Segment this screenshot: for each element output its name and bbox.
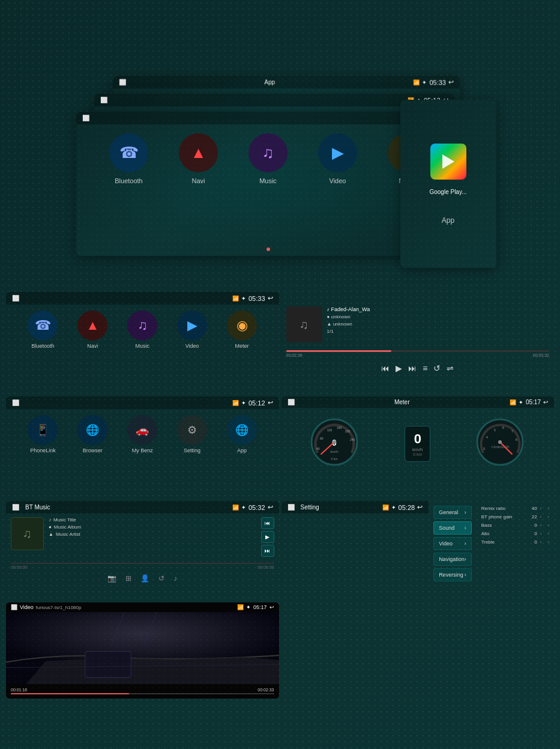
bt-side-controls: ⏮ ▶ ⏭ [261, 517, 274, 557]
svg-text:80: 80 [320, 437, 324, 440]
repeat-button[interactable]: ↺ [433, 363, 441, 373]
bt-album-art: ♫ [11, 517, 44, 550]
setting-label: Setting [184, 447, 200, 453]
svg-text:8: 8 [516, 438, 517, 441]
music-icon-small: ♪ [327, 306, 330, 312]
bluetooth-label-home: Bluetooth [31, 343, 54, 349]
home-icon-video: ⬜ [11, 604, 17, 610]
bt-icon-video: ✦ [246, 604, 251, 610]
playback-controls[interactable]: ⏮ ▶ ⏭ ≡ ↺ ⇌ [282, 360, 555, 376]
chevron-nav: › [465, 556, 466, 562]
speed-value: 0 [412, 431, 423, 447]
bt-content: ♫ ♪ Music Title ● Music Album ▲ Music Ar… [6, 514, 279, 560]
settings-general[interactable]: General › [433, 506, 472, 519]
prev-btn-bt[interactable]: ⏮ [261, 517, 274, 529]
play-button[interactable]: ▶ [396, 363, 402, 373]
bt-progress: 00:00:00 00:00:00 [6, 560, 279, 572]
bt-icon4[interactable]: ↺ [158, 574, 164, 583]
browser-label: Browser [83, 447, 103, 453]
remix-label: Remix ratio [481, 506, 523, 511]
list-button[interactable]: ≡ [423, 363, 427, 373]
home-icon-back1: ⬜ [100, 97, 107, 103]
browser-icon: 🌐 Browser [77, 415, 107, 453]
video-icon-hero: ▶ [332, 144, 344, 162]
svg-text:6: 6 [502, 426, 504, 429]
bt-icon1[interactable]: 📷 [107, 574, 116, 583]
treble-left-arrow[interactable]: ‹ [540, 539, 542, 545]
bass-left-arrow[interactable]: ‹ [540, 523, 542, 528]
bt-icon-bt: ✦ [241, 505, 246, 511]
time-bt: 05:32 [248, 504, 265, 511]
treble-right-arrow[interactable]: › [547, 539, 549, 545]
settings-sound[interactable]: Sound › [433, 521, 472, 535]
play-btn-bt[interactable]: ▶ [261, 531, 274, 543]
screen-stack: ⬜ App 📶 ✦ 05:33 ↩ ⬜ [76, 76, 484, 268]
gain-left-arrow[interactable]: ‹ [540, 514, 542, 520]
treble-value: 0 [526, 539, 537, 545]
person-icon2: ▲ [327, 321, 332, 327]
home-bluetooth: ☎ Bluetooth [28, 311, 58, 349]
bt-icon-home: ✦ [241, 296, 246, 302]
prev-button[interactable]: ⏮ [381, 363, 390, 373]
bluetooth-icon-hero: ☎ [119, 144, 139, 162]
settings-navigation[interactable]: Navigation › [433, 553, 472, 566]
home-music: ♫ Music [127, 311, 157, 349]
alto-right-arrow[interactable]: › [547, 531, 549, 536]
bt-title: BT Music [25, 504, 50, 511]
svg-text:120: 120 [327, 428, 333, 432]
next-btn-bt[interactable]: ⏭ [261, 545, 274, 557]
bass-right-arrow[interactable]: › [547, 523, 549, 528]
alto-value: 0 [526, 531, 537, 536]
svg-text:240: 240 [350, 438, 355, 441]
track-info: ♪ Faded-Alan_Wa ● unknown ▲ unknown 1/1 [327, 306, 370, 342]
next-button[interactable]: ⏭ [408, 363, 417, 373]
back-icon-home: ↩ [268, 294, 273, 302]
bt-icon2[interactable]: ⊞ [125, 574, 131, 583]
settings-title: Setting [301, 504, 319, 511]
bt-music-title-row: ♪ Music Title [49, 517, 256, 523]
hero-app-bluetooth: ☎ Bluetooth [109, 133, 148, 184]
remix-left-arrow[interactable]: ‹ [540, 506, 542, 511]
back-icon-settings: ↩ [417, 503, 423, 511]
disc-icon-bt: ● [49, 524, 52, 530]
remix-right-arrow[interactable]: › [547, 506, 549, 511]
bass-label: Bass [481, 523, 523, 528]
music-label-home: Music [135, 343, 149, 349]
settings-video[interactable]: Video › [433, 537, 472, 550]
treble-label: Treble [481, 539, 523, 545]
settings-reversing[interactable]: Reversing › [433, 568, 472, 581]
meter-icon-home: ◉ [236, 318, 248, 333]
track-artist: ● unknown [327, 314, 370, 320]
alto-left-arrow[interactable]: ‹ [540, 531, 542, 536]
status-bar-home: ⬜ 📶 ✦ 05:33 ↩ [6, 292, 279, 305]
home-icon-apps2: ⬜ [12, 399, 19, 406]
bt-artist-row: ▲ Music Artist [49, 532, 256, 537]
navi-icon-home: ▲ [86, 318, 99, 333]
hero-app-navi: ▲ Navi [179, 133, 218, 184]
globe-icon: 🌐 [235, 423, 248, 437]
app-label: App [237, 447, 247, 453]
hero-app-music: ♫ Music [248, 133, 288, 184]
person-icon-bt: ▲ [49, 532, 53, 537]
music-icon-home: ♫ [137, 318, 148, 333]
video-filename: furious7-tsr1_h1080p [36, 605, 82, 610]
home-icon-meter: ⬜ [288, 399, 295, 405]
bt-icon3[interactable]: 👤 [140, 574, 149, 583]
bt-track-info: ♪ Music Title ● Music Album ▲ Music Arti… [49, 517, 256, 557]
video-icon-home: ▶ [187, 318, 197, 333]
bt-time-labels: 00:00:00 00:00:00 [11, 565, 274, 569]
mybenz-label: My Benz [132, 447, 153, 453]
settings-menu: General › Sound › Video › Navigation › [429, 501, 477, 587]
back-icon-video: ↩ [269, 604, 274, 610]
track-name: ♪ Faded-Alan_Wa [327, 306, 370, 312]
bt-bottom-icons[interactable]: 📷 ⊞ 👤 ↺ ♪ [6, 572, 279, 585]
google-play-icon [430, 144, 466, 180]
phonelink-icon: 📱 PhoneLink [28, 415, 58, 453]
wifi-icon-bt: 📶 [232, 505, 239, 511]
settings-body: General › Sound › Video › Navigation › [429, 501, 554, 587]
bt-icon5[interactable]: ♪ [173, 574, 177, 583]
shuffle-button[interactable]: ⇌ [447, 363, 454, 373]
settings-screen: ⬜ Setting 📶 ✦ 05:28 ↩ General [282, 501, 555, 600]
gain-right-arrow[interactable]: › [547, 514, 549, 520]
video-header-left: ⬜ Video furious7-tsr1_h1080p [11, 604, 81, 610]
